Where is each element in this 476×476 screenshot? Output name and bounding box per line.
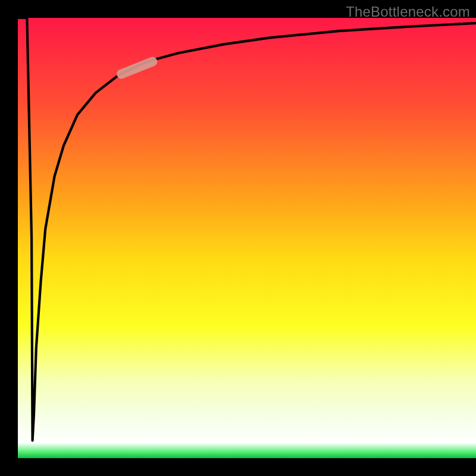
chart-container: TheBottleneck.com (0, 0, 476, 476)
y-axis-bar (0, 0, 18, 476)
x-axis-bar (0, 458, 476, 476)
plot-background (18, 18, 476, 458)
watermark-text: TheBottleneck.com (346, 4, 470, 20)
bottleneck-chart (0, 0, 476, 476)
